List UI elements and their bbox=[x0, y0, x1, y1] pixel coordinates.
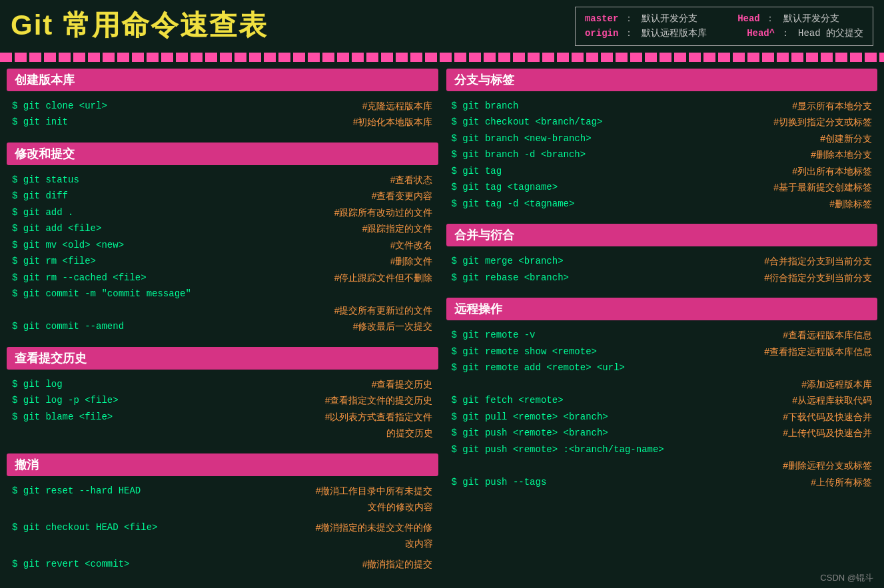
cmd-commit-m: $ git commit -m "commit message" bbox=[12, 286, 212, 302]
cmd-row: $ git rm <file> #删除文件 bbox=[12, 253, 433, 270]
cmd-row: $ git log #查看提交历史 bbox=[12, 376, 433, 393]
comment-tag-name: #基于最新提交创建标签 bbox=[773, 179, 872, 196]
cmd-rebase: $ git rebase <branch> bbox=[452, 270, 652, 286]
cmd-push-delete: $ git push <remote> :<branch/tag-name> bbox=[452, 441, 664, 458]
main-content: 创建版本库 $ git clone <url> #克隆远程版本库 $ git i… bbox=[0, 69, 884, 578]
cmd-row: #添加远程版本库 bbox=[452, 376, 873, 393]
comment-push: #上传代码及快速合并 bbox=[783, 425, 872, 441]
comment-log: #查看提交历史 bbox=[372, 376, 433, 393]
cmd-row: $ git tag <tagname> #基于最新提交创建标签 bbox=[452, 179, 873, 196]
cmd-row: $ git commit -m "commit message" bbox=[12, 286, 433, 302]
cmd-row: $ git commit --amend #修改最后一次提交 bbox=[12, 318, 433, 335]
cmd-merge: $ git merge <branch> bbox=[452, 253, 652, 270]
cmd-reset-hard: $ git reset --hard HEAD bbox=[12, 483, 212, 499]
legend-key-head: Head bbox=[737, 13, 760, 24]
comment-branch-new: #创建新分支 bbox=[820, 131, 872, 147]
comment-rm-cached: #停止跟踪文件但不删除 bbox=[334, 270, 433, 286]
cmd-fetch: $ git fetch <remote> bbox=[452, 392, 652, 409]
cmd-row: $ git revert <commit> #撤消指定的提交 bbox=[12, 556, 433, 573]
comment-push-tags: #上传所有标签 bbox=[811, 474, 872, 491]
cmd-row: $ git fetch <remote> #从远程库获取代码 bbox=[452, 392, 873, 409]
comment-tag: #列出所有本地标签 bbox=[792, 163, 872, 180]
comment-remote-add2: #添加远程版本库 bbox=[801, 376, 872, 393]
cmd-checkout-head: $ git checkout HEAD <file> bbox=[12, 519, 212, 536]
comment-mv: #文件改名 bbox=[390, 237, 433, 254]
comment-fetch: #从远程库获取代码 bbox=[792, 392, 872, 409]
footer: CSDN @锟斗 bbox=[820, 572, 873, 584]
section-body-view-history: $ git log #查看提交历史 $ git log -p <file> #查… bbox=[7, 374, 438, 447]
comment-commit-m2: #提交所有更新过的文件 bbox=[334, 302, 433, 319]
legend-master: master ： 默认开发分支 bbox=[585, 11, 697, 26]
footer-text: CSDN @锟斗 bbox=[820, 573, 873, 583]
right-column: 分支与标签 $ git branch #显示所有本地分支 $ git check… bbox=[446, 69, 878, 578]
cmd-init: $ git init bbox=[12, 114, 212, 131]
comment-remote-v: #查看远程版本库信息 bbox=[783, 327, 872, 344]
comment-diff: #查看变更内容 bbox=[372, 188, 433, 204]
legend-box: master ： 默认开发分支 Head ： 默认开发分支 origin ： 默… bbox=[575, 7, 873, 46]
cmd-row: $ git branch #显示所有本地分支 bbox=[452, 98, 873, 115]
section-header-undo: 撤消 bbox=[7, 453, 438, 476]
section-remote: 远程操作 $ git remote -v #查看远程版本库信息 $ git re… bbox=[446, 298, 878, 495]
cmd-rm-cached: $ git rm --cached <file> bbox=[12, 270, 212, 286]
cmd-row: $ git clone <url> #克隆远程版本库 bbox=[12, 98, 433, 115]
cmd-log: $ git log bbox=[12, 376, 212, 393]
section-body-branch-tag: $ git branch #显示所有本地分支 $ git checkout <b… bbox=[446, 95, 878, 218]
cmd-row: $ git diff #查看变更内容 bbox=[12, 188, 433, 204]
comment-revert: #撤消指定的提交 bbox=[362, 556, 433, 573]
cmd-row: $ git remote add <remote> <url> bbox=[452, 360, 873, 376]
cmd-diff: $ git diff bbox=[12, 188, 212, 204]
comment-checkout-branch: #切换到指定分支或标签 bbox=[773, 114, 872, 131]
comment-status: #查看状态 bbox=[390, 172, 433, 188]
cmd-row: $ git push --tags #上传所有标签 bbox=[452, 474, 873, 491]
section-merge-rebase: 合并与衍合 $ git merge <branch> #合并指定分支到当前分支 … bbox=[446, 224, 878, 291]
comment-push-delete2: #删除远程分支或标签 bbox=[783, 457, 872, 474]
comment-merge: #合并指定分支到当前分支 bbox=[764, 253, 872, 270]
comment-add-file: #跟踪指定的文件 bbox=[362, 220, 433, 237]
section-body-modify-commit: $ git status #查看状态 $ git diff #查看变更内容 $ … bbox=[7, 169, 438, 340]
section-branch-tag: 分支与标签 $ git branch #显示所有本地分支 $ git check… bbox=[446, 69, 878, 218]
cmd-row: $ git tag #列出所有本地标签 bbox=[452, 163, 873, 180]
comment-log-p: #查看指定文件的提交历史 bbox=[325, 392, 433, 409]
cmd-pull: $ git pull <remote> <branch> bbox=[452, 409, 652, 426]
cmd-add-file: $ git add <file> bbox=[12, 220, 212, 237]
comment-init: #初始化本地版本库 bbox=[353, 114, 433, 131]
cmd-remote-v: $ git remote -v bbox=[452, 327, 652, 344]
divider-stripe bbox=[0, 53, 884, 62]
cmd-row: $ git status #查看状态 bbox=[12, 172, 433, 188]
cmd-clone: $ git clone <url> bbox=[12, 98, 212, 115]
comment-branch-d: #删除本地分支 bbox=[811, 147, 872, 163]
cmd-row: $ git push <remote> <branch> #上传代码及快速合并 bbox=[452, 425, 873, 441]
legend-headcaret: Head^ ： Head 的父提交 bbox=[747, 26, 863, 41]
cmd-tag-d: $ git tag -d <tagname> bbox=[452, 196, 652, 212]
cmd-row: $ git add <file> #跟踪指定的文件 bbox=[12, 220, 433, 237]
cmd-branch-new: $ git branch <new-branch> bbox=[452, 131, 652, 147]
comment-rm: #删除文件 bbox=[390, 253, 433, 270]
cmd-revert: $ git revert <commit> bbox=[12, 556, 212, 573]
cmd-row: $ git init #初始化本地版本库 bbox=[12, 114, 433, 131]
section-header-merge-rebase: 合并与衍合 bbox=[446, 224, 878, 246]
cmd-row: $ git remote -v #查看远程版本库信息 bbox=[452, 327, 873, 344]
section-header-create-repo: 创建版本库 bbox=[7, 69, 438, 91]
comment-remote-show: #查看指定远程版本库信息 bbox=[764, 344, 872, 360]
legend-row-2: origin ： 默认远程版本库 Head^ ： Head 的父提交 bbox=[585, 26, 863, 41]
cmd-blame: $ git blame <file> bbox=[12, 409, 212, 426]
comment-commit-amend: #修改最后一次提交 bbox=[353, 318, 433, 335]
cmd-row: $ git mv <old> <new> #文件改名 bbox=[12, 237, 433, 254]
cmd-row: $ git blame <file> #以列表方式查看指定文件的提交历史 bbox=[12, 409, 433, 441]
cmd-row: $ git merge <branch> #合并指定分支到当前分支 bbox=[452, 253, 873, 270]
cmd-rm: $ git rm <file> bbox=[12, 253, 212, 270]
cmd-row: $ git checkout <branch/tag> #切换到指定分支或标签 bbox=[452, 114, 873, 131]
cmd-row: $ git pull <remote> <branch> #下载代码及快速合并 bbox=[452, 409, 873, 426]
section-header-branch-tag: 分支与标签 bbox=[446, 69, 878, 91]
page-title: Git 常用命令速查表 bbox=[11, 7, 268, 44]
comment-tag-d: #删除标签 bbox=[829, 196, 872, 212]
cmd-row: $ git push <remote> :<branch/tag-name> bbox=[452, 441, 873, 458]
cmd-log-p: $ git log -p <file> bbox=[12, 392, 212, 409]
cmd-row: $ git tag -d <tagname> #删除标签 bbox=[452, 196, 873, 212]
cmd-mv: $ git mv <old> <new> bbox=[12, 237, 212, 254]
section-header-remote: 远程操作 bbox=[446, 298, 878, 320]
cmd-branch: $ git branch bbox=[452, 98, 652, 115]
comment-blame: #以列表方式查看指定文件的提交历史 bbox=[325, 409, 433, 441]
cmd-row: $ git branch -d <branch> #删除本地分支 bbox=[452, 147, 873, 163]
legend-key-headcaret: Head^ bbox=[747, 28, 775, 39]
